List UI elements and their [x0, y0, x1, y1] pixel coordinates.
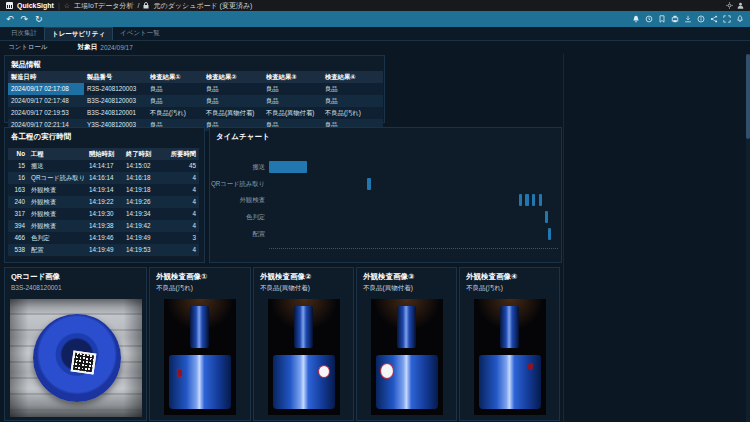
user-profile-icon[interactable]: [737, 2, 744, 9]
tab-traceability[interactable]: トレーサビリティ: [44, 27, 113, 40]
table-cell[interactable]: 14:19:49: [123, 232, 161, 244]
table-cell[interactable]: 良品: [147, 83, 203, 95]
tab-event-list[interactable]: イベント一覧: [113, 27, 167, 40]
table-cell[interactable]: 394: [8, 220, 28, 232]
table-cell[interactable]: 外観検査: [28, 208, 86, 220]
table-header-cell[interactable]: 終了時刻: [123, 148, 161, 160]
reset-icon[interactable]: ↻: [35, 15, 43, 24]
table-cell[interactable]: 3: [161, 232, 199, 244]
table-cell[interactable]: 不良品(異物付着): [263, 107, 322, 119]
print-icon[interactable]: [671, 15, 679, 23]
table-row[interactable]: 538配置14:19:4914:19:534: [8, 244, 199, 256]
table-cell[interactable]: 良品: [203, 83, 263, 95]
table-cell[interactable]: 14:19:53: [123, 244, 161, 256]
target-date-value[interactable]: 2024/09/17: [100, 44, 133, 51]
table-cell[interactable]: 14:19:14: [86, 184, 123, 196]
table-cell[interactable]: 317: [8, 208, 28, 220]
gantt-bar[interactable]: [525, 194, 528, 206]
bookmark-icon[interactable]: [658, 15, 666, 23]
table-cell[interactable]: 4: [161, 208, 199, 220]
table-row[interactable]: 15搬送14:14:1714:15:0245: [8, 160, 199, 172]
table-cell[interactable]: 14:19:18: [123, 184, 161, 196]
schedule-clock-icon[interactable]: [645, 15, 653, 23]
info-icon[interactable]: [697, 15, 705, 23]
table-cell[interactable]: 14:19:26: [123, 196, 161, 208]
fullscreen-icon[interactable]: [723, 15, 731, 23]
table-cell[interactable]: 配置: [28, 244, 86, 256]
page-scrollbar-thumb[interactable]: [746, 54, 750, 139]
table-cell[interactable]: 良品: [263, 83, 322, 95]
table-cell[interactable]: 15: [8, 160, 28, 172]
table-cell[interactable]: 163: [8, 184, 28, 196]
table-row[interactable]: 163外観検査14:19:1414:19:184: [8, 184, 199, 196]
table-cell[interactable]: 14:15:02: [123, 160, 161, 172]
table-cell[interactable]: 4: [161, 172, 199, 184]
table-cell[interactable]: QRコード読み取り: [28, 172, 86, 184]
table-row[interactable]: 2024/09/17 02:19:53B3S-2408120001不良品(汚れ)…: [8, 107, 383, 119]
table-cell[interactable]: 538: [8, 244, 28, 256]
table-header-cell[interactable]: 検査結果②: [203, 71, 263, 83]
share-icon[interactable]: [710, 15, 718, 23]
notifications-icon[interactable]: [736, 15, 744, 23]
table-header-cell[interactable]: 検査結果①: [147, 71, 203, 83]
table-cell[interactable]: 外観検査: [28, 184, 86, 196]
table-header-cell[interactable]: 製造日時: [8, 71, 84, 83]
table-cell[interactable]: 16: [8, 172, 28, 184]
table-cell[interactable]: R3S-2408120003: [84, 83, 147, 95]
table-header-cell[interactable]: 開始時刻: [86, 148, 123, 160]
breadcrumb-analysis[interactable]: 工場IoTデータ分析: [74, 1, 133, 11]
table-cell[interactable]: B3S-2408120003: [84, 95, 147, 107]
table-cell[interactable]: 不良品(異物付着): [203, 107, 263, 119]
table-cell[interactable]: 良品: [203, 95, 263, 107]
table-cell[interactable]: 45: [161, 160, 199, 172]
table-cell[interactable]: 14:16:14: [86, 172, 123, 184]
table-cell[interactable]: 良品: [322, 83, 383, 95]
table-cell[interactable]: 2024/09/17 02:19:53: [8, 107, 84, 119]
export-download-icon[interactable]: [684, 15, 692, 23]
gear-icon[interactable]: [726, 2, 733, 9]
gantt-bar[interactable]: [548, 228, 551, 240]
table-row[interactable]: 394外観検査14:19:3814:19:424: [8, 220, 199, 232]
table-header-cell[interactable]: 検査結果④: [322, 71, 383, 83]
redo-icon[interactable]: ↷: [21, 15, 29, 24]
table-cell[interactable]: 色判定: [28, 232, 86, 244]
table-cell[interactable]: 4: [161, 196, 199, 208]
gantt-bar[interactable]: [545, 211, 548, 223]
table-cell[interactable]: 14:19:38: [86, 220, 123, 232]
table-header-cell[interactable]: 所要時間: [161, 148, 199, 160]
table-cell[interactable]: B3S-2408120001: [84, 107, 147, 119]
table-row[interactable]: 2024/09/17 02:17:48B3S-2408120003良品良品良品良…: [8, 95, 383, 107]
table-cell[interactable]: 4: [161, 244, 199, 256]
gantt-bar[interactable]: [269, 161, 307, 173]
table-cell[interactable]: 2024/09/17 02:17:48: [8, 95, 84, 107]
table-header-cell[interactable]: 製品番号: [84, 71, 147, 83]
table-cell[interactable]: 外観検査: [28, 220, 86, 232]
table-cell[interactable]: 良品: [322, 95, 383, 107]
table-cell[interactable]: 14:14:17: [86, 160, 123, 172]
table-cell[interactable]: 4: [161, 184, 199, 196]
table-cell[interactable]: 14:19:30: [86, 208, 123, 220]
table-cell[interactable]: 14:16:18: [123, 172, 161, 184]
table-cell[interactable]: 良品: [147, 95, 203, 107]
tab-daily-summary[interactable]: 日次集計: [4, 27, 44, 40]
table-row[interactable]: 16QRコード読み取り14:16:1414:16:184: [8, 172, 199, 184]
table-row[interactable]: 240外観検査14:19:2214:19:264: [8, 196, 199, 208]
gantt-bar[interactable]: [539, 194, 542, 206]
table-cell[interactable]: 搬送: [28, 160, 86, 172]
table-header-cell[interactable]: 工程: [28, 148, 86, 160]
table-cell[interactable]: 不良品(汚れ): [322, 107, 383, 119]
alerts-bell-icon[interactable]: [632, 15, 640, 23]
undo-icon[interactable]: ↶: [6, 15, 14, 24]
table-header-cell[interactable]: 検査結果③: [263, 71, 322, 83]
controls-label[interactable]: コントロール: [8, 43, 48, 52]
gantt-bar[interactable]: [532, 194, 535, 206]
table-cell[interactable]: 不良品(汚れ): [147, 107, 203, 119]
table-cell[interactable]: 外観検査: [28, 196, 86, 208]
gantt-bar[interactable]: [367, 178, 370, 190]
table-cell[interactable]: 466: [8, 232, 28, 244]
table-cell[interactable]: 14:19:34: [123, 208, 161, 220]
table-row[interactable]: 2024/09/17 02:17:08R3S-2408120003良品良品良品良…: [8, 83, 383, 95]
table-cell[interactable]: 14:19:42: [123, 220, 161, 232]
table-row[interactable]: 317外観検査14:19:3014:19:344: [8, 208, 199, 220]
table-cell[interactable]: 4: [161, 220, 199, 232]
